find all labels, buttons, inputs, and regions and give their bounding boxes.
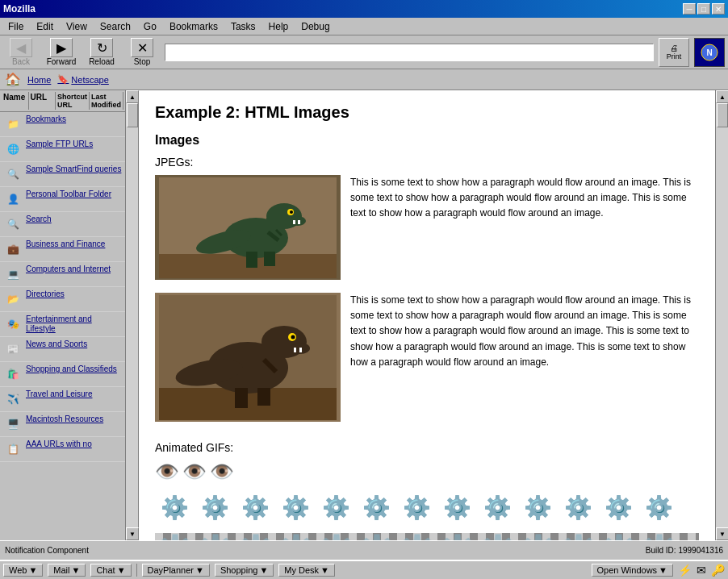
svg-point-23 (291, 335, 295, 339)
smartfind-icon: 🔍 (3, 165, 23, 184)
taskbar-dayplanner[interactable]: DayPlanner ▼ (142, 564, 210, 577)
eye-icons-row: 👁️ 👁️ 👁️ (155, 460, 699, 483)
shopping-label: Shopping (220, 565, 258, 575)
sidebar-scroll-thumb[interactable] (127, 103, 138, 127)
print-button[interactable]: 🖨 Print (659, 38, 689, 67)
content-scrollbar[interactable]: ▲ ▼ (715, 90, 728, 540)
dinosaur-image-2 (159, 295, 337, 420)
gear-icon-6: ⚙️ (357, 488, 395, 527)
netscape-nav-item[interactable]: 🔖 Netscape (57, 74, 108, 85)
news-icon: 📰 (3, 339, 23, 359)
mydesk-label: My Desk (284, 565, 319, 575)
sidebar-scroll-up[interactable]: ▲ (126, 90, 139, 103)
openwindows-label: Open Windows (597, 565, 658, 575)
minimize-button[interactable]: ─ (683, 3, 696, 15)
bookmarks-icon: 📁 (3, 115, 23, 134)
menu-help[interactable]: Help (264, 19, 294, 34)
sidebar-scrollbar[interactable]: ▲ ▼ (125, 90, 138, 540)
taskbar-mail[interactable]: Mail ▼ (48, 564, 86, 577)
taskbar-openwindows[interactable]: Open Windows ▼ (592, 564, 673, 577)
sidebar-item-business[interactable]: 💼 Business and Finance (0, 237, 125, 262)
content-pane: Example 2: HTML Images Images JPEGs: (139, 90, 715, 540)
svg-point-8 (290, 210, 293, 214)
home-nav-item[interactable]: Home (27, 75, 51, 85)
sidebar-item-computers[interactable]: 💻 Computers and Internet (0, 262, 125, 287)
forward-button[interactable]: ▶ Forward (44, 36, 79, 68)
sidebar-item-entertainment[interactable]: 🎭 Entertainment and Lifestyle (0, 312, 125, 337)
gear-icon-5: ⚙️ (316, 488, 355, 527)
sidebar-col-shortcut: Shortcut URL (56, 92, 90, 110)
content-scroll-down[interactable]: ▼ (716, 527, 728, 540)
status-text: Notification Component (5, 546, 646, 555)
stop-button[interactable]: ✕ Stop (124, 36, 160, 68)
sidebar-label-personal: Personal Toolbar Folder (26, 190, 111, 199)
gear-icon-10: ⚙️ (518, 488, 557, 527)
bg-images-heading: Background Images: (161, 539, 281, 540)
reload-button[interactable]: ↻ Reload (84, 36, 119, 68)
maximize-button[interactable]: □ (697, 3, 710, 15)
images-heading: Images (155, 133, 699, 148)
sidebar-label-aaa: AAA URLs with no (26, 439, 92, 449)
menu-view[interactable]: View (61, 19, 92, 34)
gear-icon-1: ⚙️ (155, 488, 194, 527)
menu-search[interactable]: Search (95, 19, 136, 34)
menu-go[interactable]: Go (139, 19, 161, 34)
dayplanner-label: DayPlanner (148, 565, 194, 575)
dinosaur-image (159, 177, 337, 278)
close-button[interactable]: ✕ (712, 3, 725, 15)
toolbar: ◀ Back ▶ Forward ↻ Reload ✕ Stop 🖨 Print… (0, 35, 728, 69)
sidebar-item-travel[interactable]: ✈️ Travel and Leisure (0, 387, 125, 412)
entertainment-icon: 🎭 (3, 314, 23, 334)
sidebar-item-shopping[interactable]: 🛍️ Shopping and Classifieds (0, 362, 125, 387)
sidebar-col-modified: Last Modified (90, 92, 123, 110)
sidebar-label-travel: Travel and Leisure (26, 389, 92, 399)
back-button[interactable]: ◀ Back (3, 36, 39, 68)
menu-debug[interactable]: Debug (296, 19, 334, 34)
sidebar-item-personal[interactable]: 👤 Personal Toolbar Folder (0, 187, 125, 212)
svg-rect-10 (293, 220, 295, 224)
sidebar-item-directories[interactable]: 📂 Directories (0, 287, 125, 312)
search-icon: 🔍 (3, 215, 23, 234)
taskbar-chat[interactable]: Chat ▼ (90, 564, 131, 577)
directories-icon: 📂 (3, 290, 23, 309)
sidebar-item-aaa[interactable]: 📋 AAA URLs with no (0, 437, 125, 462)
sidebar: Name URL Shortcut URL Last Modified 📁 Bo… (0, 90, 125, 540)
stop-icon: ✕ (131, 38, 153, 57)
content-scroll-thumb[interactable] (717, 103, 728, 127)
dayplanner-dropdown-icon: ▼ (195, 565, 204, 575)
sidebar-item-search[interactable]: 🔍 Search (0, 212, 125, 237)
sidebar-item-bookmarks[interactable]: 📁 Bookmarks (0, 112, 125, 137)
travel-icon: ✈️ (3, 389, 23, 409)
taskbar-web[interactable]: Web ▼ (3, 564, 43, 577)
eye-icon-3: 👁️ (210, 460, 234, 483)
menu-tasks[interactable]: Tasks (226, 19, 261, 34)
url-input[interactable] (165, 44, 654, 61)
page-title: Example 2: HTML Images (155, 103, 699, 122)
web-label: Web (9, 565, 27, 575)
reload-label: Reload (89, 57, 115, 66)
print-label: Print (667, 52, 682, 60)
taskbar-shopping[interactable]: Shopping ▼ (215, 564, 274, 577)
sidebar-label-ftp: Sample FTP URLs (26, 140, 93, 149)
content-scroll-up[interactable]: ▲ (716, 90, 728, 103)
aaa-icon: 📋 (3, 439, 23, 459)
sidebar-scroll-down[interactable]: ▼ (126, 527, 139, 540)
sidebar-scroll-track (126, 103, 138, 527)
menu-bookmarks[interactable]: Bookmarks (165, 19, 223, 34)
svg-rect-11 (298, 220, 300, 224)
menu-edit[interactable]: Edit (31, 19, 58, 34)
sidebar-item-ftp[interactable]: 🌐 Sample FTP URLs (0, 137, 125, 162)
build-id: Build ID: 1999041316 (646, 546, 723, 555)
sidebar-label-computers: Computers and Internet (26, 265, 111, 274)
sidebar-item-news[interactable]: 📰 News and Sports (0, 337, 125, 362)
svg-text:N: N (706, 48, 712, 57)
menu-file[interactable]: File (3, 19, 28, 34)
main-area: Name URL Shortcut URL Last Modified 📁 Bo… (0, 90, 728, 540)
home-label: Home (27, 75, 51, 85)
stop-label: Stop (134, 57, 151, 66)
taskbar-mydesk[interactable]: My Desk ▼ (278, 564, 335, 577)
sidebar-item-mac[interactable]: 🖥️ Macintosh Resources (0, 412, 125, 437)
animated-gifs-label: Animated GIFs: (155, 441, 699, 454)
gear-icon-11: ⚙️ (559, 488, 597, 527)
sidebar-item-smartfind[interactable]: 🔍 Sample SmartFind queries (0, 162, 125, 187)
